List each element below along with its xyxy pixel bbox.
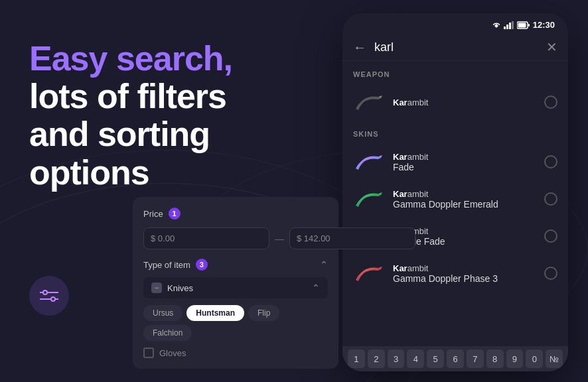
skin-marble-select[interactable] [544, 229, 557, 243]
gloves-row: Gloves [143, 348, 328, 358]
skin-gdp3-select[interactable] [544, 267, 557, 280]
headline-highlight: Easy search, [29, 39, 232, 78]
type-label: Type of item [143, 260, 190, 270]
svg-rect-13 [528, 24, 530, 27]
weapon-karambit-info: Karambit [393, 97, 536, 107]
type-badge: 3 [196, 259, 208, 271]
price-label: Price [143, 209, 163, 219]
headline-line4: options [29, 153, 149, 192]
skin-gde-select[interactable] [544, 192, 557, 206]
gloves-checkbox[interactable] [143, 348, 154, 358]
knives-chevron-icon[interactable]: ⌃ [312, 283, 320, 293]
skin-fade-kar: Kar [393, 152, 407, 162]
phone: 12:30 ← karl ✕ WEAPON Karambit [342, 13, 568, 371]
price-badge: 1 [169, 208, 181, 220]
skin-fade-subname: Fade [393, 162, 536, 172]
results-container[interactable]: WEAPON Karambit SKINS [342, 61, 568, 340]
key-9[interactable]: 9 [506, 350, 524, 368]
weapon-select-dot[interactable] [544, 96, 557, 109]
skin-gdp3-name-top: Karambit [393, 263, 536, 273]
skin-gdp3-info: Karambit Gamma Doppler Phase 3 [393, 263, 536, 284]
weapon-karambit-item[interactable]: Karambit [342, 84, 568, 121]
sub-tags: Ursus Huntsman Flip Falchion [143, 305, 328, 341]
headline-line2: lots of filters [29, 77, 226, 115]
knives-row[interactable]: − Knives ⌃ [143, 277, 328, 298]
wifi-icon [492, 21, 501, 29]
tag-huntsman[interactable]: Huntsman [186, 305, 244, 321]
price-from-input[interactable] [143, 227, 269, 249]
weapon-ambit: ambit [407, 97, 429, 107]
weapon-karambit-name: Karambit [393, 97, 536, 107]
key-2[interactable]: 2 [368, 350, 385, 368]
skin-gdp3-image [353, 261, 385, 285]
skin-fade-info: Karambit Fade [393, 152, 536, 172]
skin-gde-ambit: ambit [407, 189, 429, 199]
battery-icon [517, 21, 530, 29]
weapon-kar-bold: Kar [393, 97, 407, 107]
type-chevron-icon[interactable]: ⌃ [320, 259, 328, 270]
signal-icon [504, 21, 514, 29]
skin-fade-select[interactable] [544, 155, 557, 168]
svg-marker-6 [494, 24, 498, 28]
status-time: 12:30 [533, 20, 555, 30]
tag-ursus[interactable]: Ursus [143, 305, 183, 321]
keyboard-strip: 1 2 3 4 5 6 7 8 9 0 № [342, 346, 568, 371]
gloves-label: Gloves [159, 348, 186, 358]
price-row: Price 1 [143, 208, 328, 220]
search-text: karl [374, 40, 538, 54]
skin-gde-info: Karambit Gamma Doppler Emerald [393, 189, 536, 210]
key-3[interactable]: 3 [388, 350, 405, 368]
svg-rect-9 [509, 23, 511, 29]
skin-gde-subname: Gamma Doppler Emerald [393, 199, 536, 210]
filter-icon [40, 288, 58, 303]
status-bar: 12:30 [342, 13, 568, 34]
minus-icon: − [151, 283, 162, 293]
weapon-section-label: WEAPON [342, 61, 568, 84]
knives-text: Knives [167, 283, 193, 293]
skin-gde-item[interactable]: Karambit Gamma Doppler Emerald [342, 180, 568, 218]
price-to-input[interactable] [289, 227, 415, 249]
price-dash: — [275, 233, 284, 244]
svg-rect-10 [512, 21, 514, 29]
type-section-header: Type of item 3 ⌃ [143, 259, 328, 271]
skin-fade-ambit: ambit [407, 152, 429, 162]
close-search-icon[interactable]: ✕ [546, 39, 557, 55]
search-bar: ← karl ✕ [342, 34, 568, 61]
skins-section-label: SKINS [342, 121, 568, 143]
filter-icon-container[interactable] [29, 276, 69, 316]
search-query: karl [374, 40, 394, 54]
tag-falchion[interactable]: Falchion [143, 325, 192, 341]
tag-flip[interactable]: Flip [248, 305, 279, 321]
skin-gdp3-ambit: ambit [407, 263, 429, 273]
headline: Easy search, lots of filters and sorting… [29, 40, 292, 192]
filter-panel: Price 1 — Type of item 3 ⌃ − Knives ⌃ Ur… [133, 197, 338, 369]
key-7[interactable]: 7 [467, 350, 484, 368]
skin-gde-name-top: Karambit [393, 189, 536, 199]
svg-rect-8 [506, 25, 508, 29]
svg-rect-7 [504, 27, 506, 29]
svg-rect-12 [518, 23, 526, 27]
key-4[interactable]: 4 [407, 350, 424, 368]
key-num[interactable]: № [546, 350, 563, 368]
skin-fade-image [353, 150, 385, 174]
skin-gdp3-kar: Kar [393, 263, 407, 273]
key-5[interactable]: 5 [427, 350, 444, 368]
key-6[interactable]: 6 [447, 350, 464, 368]
skin-fade-name-top: Karambit [393, 152, 536, 162]
weapon-karambit-image [353, 90, 385, 114]
knives-label: − Knives [151, 283, 193, 293]
key-8[interactable]: 8 [486, 350, 504, 368]
key-1[interactable]: 1 [348, 350, 365, 368]
skin-gdp3-subname: Gamma Doppler Phase 3 [393, 273, 536, 284]
back-arrow-icon[interactable]: ← [353, 40, 366, 55]
skin-fade-item[interactable]: Karambit Fade [342, 143, 568, 180]
skin-gdp3-item[interactable]: Karambit Gamma Doppler Phase 3 [342, 255, 568, 292]
price-inputs: — [143, 227, 328, 249]
headline-line3: and sorting [29, 115, 210, 153]
skin-gde-image [353, 187, 385, 211]
key-0[interactable]: 0 [526, 350, 543, 368]
skin-gde-kar: Kar [393, 189, 407, 199]
status-icons: 12:30 [492, 20, 555, 30]
